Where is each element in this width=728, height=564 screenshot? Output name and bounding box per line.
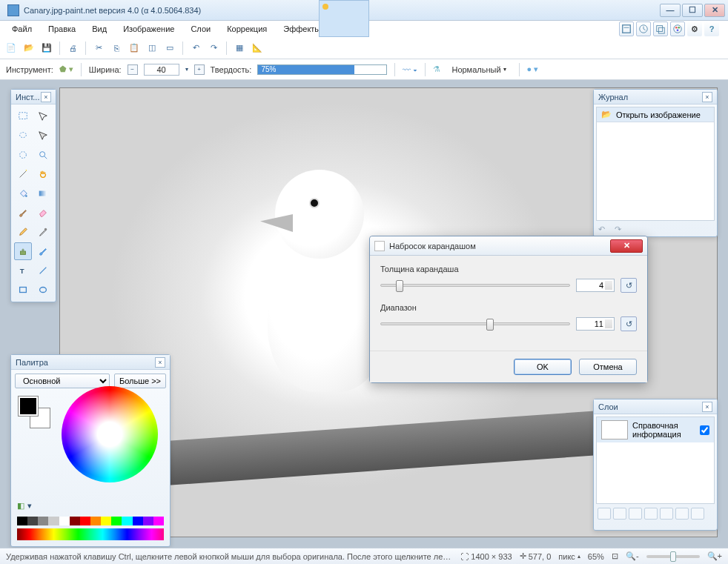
ruler-icon[interactable]: 📐 — [251, 42, 264, 55]
tool-recolor[interactable] — [34, 242, 52, 260]
layers-panel-close[interactable]: × — [702, 402, 712, 412]
color-wheel[interactable] — [62, 386, 158, 482]
range-value[interactable]: 11 — [576, 317, 615, 331]
layer-delete[interactable] — [613, 508, 626, 520]
palette-manage-icon[interactable]: ▾ — [27, 501, 32, 511]
main-toolbar: 📄 📂 💾 🖨 ✂ ⎘ 📋 ◫ ▭ ↶ ↷ ▦ 📐 — [0, 37, 728, 59]
colors-panel-close[interactable]: × — [155, 357, 165, 368]
zoom-in-icon[interactable]: 🔍+ — [707, 551, 722, 561]
tool-brush[interactable] — [14, 204, 32, 222]
history-undo[interactable]: ↶ — [598, 225, 612, 236]
settings-icon[interactable]: ⚙ — [687, 21, 702, 36]
tools-panel-close[interactable]: × — [41, 92, 51, 102]
new-file-icon[interactable]: 📄 — [4, 42, 18, 55]
tool-move-selection[interactable] — [34, 107, 52, 125]
tool-text[interactable]: T — [14, 262, 32, 279]
layer-props[interactable] — [691, 508, 704, 520]
fill-mode-icon[interactable]: ● ▾ — [527, 64, 539, 74]
dialog-titlebar[interactable]: Набросок карандашом ✕ — [370, 236, 647, 256]
redo-icon[interactable]: ↷ — [207, 42, 220, 55]
tool-ellipse[interactable] — [34, 281, 52, 299]
width-value[interactable]: 40 — [144, 64, 179, 76]
layer-duplicate[interactable] — [629, 508, 642, 520]
paste-icon[interactable]: 📋 — [128, 42, 141, 55]
layer-row[interactable]: Справочная информация — [597, 417, 714, 442]
width-increment[interactable]: + — [194, 64, 205, 75]
print-icon[interactable]: 🖨 — [66, 42, 79, 55]
current-tool-icon[interactable]: ⬟ ▾ — [59, 64, 73, 74]
range-slider[interactable] — [380, 322, 570, 325]
layer-merge[interactable] — [644, 508, 658, 520]
range-reset[interactable]: ↺ — [621, 316, 637, 331]
antialias-icon[interactable]: 〰 ▾ — [403, 65, 417, 74]
open-file-icon[interactable]: 📂 — [22, 42, 36, 55]
menu-edit[interactable]: Правка — [41, 23, 83, 35]
status-hint: Удерживая нажатой клавишу Ctrl, щелкните… — [6, 552, 453, 561]
menu-view[interactable]: Вид — [85, 23, 114, 35]
menu-layers[interactable]: Слои — [183, 23, 218, 35]
palette-add-icon[interactable]: ◧ — [17, 501, 24, 511]
document-thumbnail[interactable] — [319, 0, 369, 37]
minimize-button[interactable]: — — [660, 4, 681, 17]
zoom-slider[interactable] — [646, 555, 700, 558]
history-redo[interactable]: ↷ — [615, 225, 628, 236]
tool-zoom[interactable] — [34, 146, 52, 164]
tool-magic-wand[interactable] — [14, 165, 32, 183]
tools-window-toggle[interactable] — [619, 21, 634, 36]
color-swatches[interactable] — [19, 397, 50, 428]
history-window-toggle[interactable] — [636, 21, 651, 36]
pencil-size-slider[interactable] — [380, 284, 570, 287]
color-target-dropdown[interactable]: Основной — [15, 374, 110, 388]
zoom-level[interactable]: 65% — [588, 552, 604, 561]
layer-visible-checkbox[interactable] — [700, 425, 709, 435]
dialog-close-button[interactable]: ✕ — [610, 239, 643, 253]
history-item[interactable]: 📂 Открыть изображение — [597, 107, 714, 122]
svg-text:T: T — [20, 267, 24, 275]
pencil-size-reset[interactable]: ↺ — [621, 278, 637, 293]
tool-clone-stamp[interactable] — [14, 242, 32, 260]
crop-icon[interactable]: ◫ — [145, 42, 159, 55]
grid-icon[interactable]: ▦ — [233, 42, 246, 55]
layers-window-toggle[interactable] — [653, 21, 668, 36]
layer-up[interactable] — [660, 508, 673, 520]
history-panel-close[interactable]: × — [702, 92, 712, 102]
tool-rect[interactable] — [14, 281, 32, 299]
tool-line[interactable] — [34, 262, 52, 279]
layer-add[interactable] — [598, 508, 611, 520]
tool-color-picker[interactable] — [34, 223, 52, 241]
colors-window-toggle[interactable] — [670, 21, 685, 36]
menu-adjust[interactable]: Коррекция — [219, 23, 274, 35]
menu-image[interactable]: Изображение — [116, 23, 182, 35]
layer-down[interactable] — [675, 508, 689, 520]
colors-more-button[interactable]: Больше >> — [114, 374, 166, 388]
tool-ellipse-select[interactable] — [14, 146, 32, 164]
tool-lasso[interactable] — [14, 127, 32, 145]
hardness-slider[interactable]: 75% — [257, 64, 387, 75]
tool-paint-bucket[interactable] — [14, 185, 32, 202]
tool-eraser[interactable] — [34, 204, 52, 222]
pencil-size-value[interactable]: 4 — [576, 279, 615, 292]
svg-point-5 — [675, 27, 678, 29]
dialog-ok-button[interactable]: OK — [514, 359, 572, 375]
dialog-cancel-button[interactable]: Отмена — [579, 359, 637, 375]
deselect-icon[interactable]: ▭ — [163, 42, 176, 55]
width-decrement[interactable]: − — [128, 64, 138, 75]
copy-icon[interactable]: ⎘ — [110, 42, 123, 55]
tool-pan[interactable] — [34, 165, 52, 183]
unit-selector[interactable]: пикс▴ — [558, 552, 580, 561]
menu-file[interactable]: Файл — [4, 23, 39, 35]
tool-rect-select[interactable] — [14, 107, 32, 125]
undo-icon[interactable]: ↶ — [189, 42, 202, 55]
tool-pencil[interactable] — [14, 223, 32, 241]
close-button[interactable]: ✕ — [704, 4, 725, 17]
save-icon[interactable]: 💾 — [40, 42, 53, 55]
tool-gradient[interactable] — [34, 185, 52, 202]
help-icon[interactable]: ? — [704, 21, 719, 36]
tool-move-pixels[interactable] — [34, 127, 52, 145]
zoom-fit-icon[interactable]: ⊡ — [612, 551, 618, 561]
color-strip[interactable] — [17, 528, 164, 540]
blend-mode-dropdown[interactable]: Нормальный▾ — [446, 63, 511, 76]
maximize-button[interactable]: ☐ — [682, 4, 703, 17]
zoom-out-icon[interactable]: 🔍- — [626, 551, 639, 561]
cut-icon[interactable]: ✂ — [92, 42, 105, 55]
